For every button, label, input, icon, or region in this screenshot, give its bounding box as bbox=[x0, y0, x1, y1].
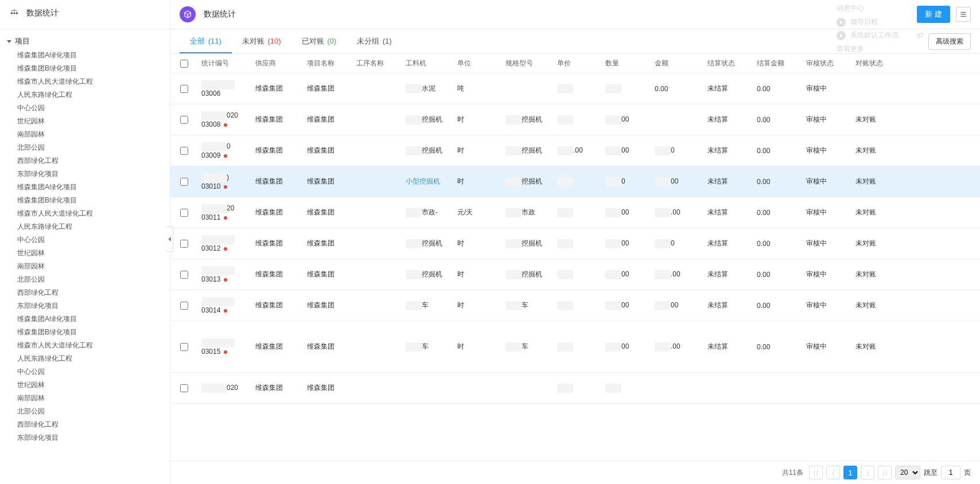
tree-item[interactable]: 北部公园 bbox=[0, 405, 170, 418]
tree-item[interactable]: 南部园林 bbox=[0, 392, 170, 405]
tree-item[interactable]: 东部绿化项目 bbox=[0, 431, 170, 444]
new-button[interactable]: 新 建 bbox=[917, 6, 950, 23]
page-next-button[interactable]: ⟩ bbox=[861, 466, 874, 479]
row-checkbox[interactable] bbox=[180, 147, 188, 155]
tree-item[interactable]: 中心公园 bbox=[0, 102, 170, 115]
row-checkbox[interactable] bbox=[180, 343, 188, 351]
tree-root-label: 项目 bbox=[15, 36, 30, 46]
redacted-text bbox=[605, 342, 621, 352]
tree-item[interactable]: 人民东路绿化工程 bbox=[0, 352, 170, 365]
col-header[interactable]: 对账状态 bbox=[852, 54, 900, 73]
tree-item[interactable]: 南部园林 bbox=[0, 128, 170, 141]
material-link[interactable]: 小型挖掘机 bbox=[406, 177, 440, 185]
tree-item[interactable]: 世纪园林 bbox=[0, 378, 170, 392]
table-row[interactable]: 03006维森集团维森集团水泥吨0.00未结算0.00审核中 bbox=[170, 73, 980, 104]
tree-item[interactable]: 维森市人民大道绿化工程 bbox=[0, 75, 170, 88]
cell-project: 维森集团 bbox=[304, 203, 353, 222]
cell-recon-status bbox=[852, 84, 900, 93]
tree-item[interactable]: 世纪园林 bbox=[0, 247, 170, 260]
row-checkbox[interactable] bbox=[180, 302, 188, 310]
sidebar-collapse-handle[interactable] bbox=[166, 227, 173, 252]
page-size-select[interactable]: 20 bbox=[895, 466, 920, 479]
tree-item[interactable]: 人民东路绿化工程 bbox=[0, 220, 170, 233]
tree-item[interactable]: 西部绿化工程 bbox=[0, 286, 170, 299]
cell-unit: 时 bbox=[454, 172, 502, 191]
tree-root[interactable]: 项目 bbox=[0, 34, 170, 49]
col-header[interactable]: 项目名称 bbox=[304, 54, 353, 73]
tab[interactable]: 已对账 (0) bbox=[291, 29, 347, 53]
tree-item[interactable]: 维森集团B绿化项目 bbox=[0, 326, 170, 339]
col-header[interactable]: 工序名称 bbox=[353, 54, 402, 73]
col-header[interactable]: 工料机 bbox=[402, 54, 454, 73]
tree-item[interactable]: 东部绿化项目 bbox=[0, 299, 170, 313]
cell-project: 维森集团 bbox=[304, 141, 353, 160]
tree-item[interactable]: 人民东路绿化工程 bbox=[0, 88, 170, 102]
table-row[interactable]: 2003011 维森集团维森集团市政-元/天市政00.00未结算0.00审核中未… bbox=[170, 197, 980, 228]
cell-price bbox=[554, 266, 602, 284]
cell-recon-status: 未对账 bbox=[852, 265, 900, 284]
page-last-button[interactable]: ⟩⟩ bbox=[878, 466, 892, 479]
row-checkbox[interactable] bbox=[180, 116, 188, 124]
tree-item[interactable]: 维森市人民大道绿化工程 bbox=[0, 207, 170, 220]
cell-price: .00 bbox=[554, 142, 602, 160]
tree-item[interactable]: 维森集团A绿化项目 bbox=[0, 313, 170, 326]
redacted-text bbox=[557, 84, 573, 93]
page-first-button[interactable]: ⟨⟨ bbox=[809, 466, 823, 479]
col-header[interactable]: 数量 bbox=[602, 54, 651, 73]
tree-item[interactable]: 维森集团B绿化项目 bbox=[0, 194, 170, 207]
tab[interactable]: 全部 (11) bbox=[180, 29, 232, 53]
tree-item[interactable]: 维森集团A绿化项目 bbox=[0, 49, 170, 62]
cell-settle-status: 未结算 bbox=[704, 203, 753, 222]
row-checkbox[interactable] bbox=[180, 178, 188, 186]
page-prev-button[interactable]: ⟨ bbox=[826, 466, 840, 479]
tree-item[interactable]: 南部园林 bbox=[0, 260, 170, 273]
tab[interactable]: 未对账 (10) bbox=[232, 29, 291, 53]
col-header[interactable]: 统计编号 bbox=[198, 54, 252, 73]
pagination: 共11条 ⟨⟨ ⟨ 1 ⟩ ⟩⟩ 20 跳至 页 bbox=[170, 460, 980, 484]
tree-item[interactable]: 中心公园 bbox=[0, 365, 170, 378]
table-row[interactable]: 03013 维森集团维森集团挖掘机时挖掘机00.00未结算0.00审核中未对账 bbox=[170, 259, 980, 290]
cell-spec: 挖掘机 bbox=[502, 172, 554, 191]
col-header[interactable]: 审核状态 bbox=[803, 54, 852, 73]
cell-project: 维森集团 bbox=[304, 378, 353, 397]
tab-count: (10) bbox=[267, 37, 281, 45]
tree-item[interactable]: 维森集团B绿化项目 bbox=[0, 62, 170, 75]
table-row[interactable]: 03015 维森集团维森集团车时车00.00未结算0.00审核中未对账 bbox=[170, 321, 980, 373]
tab[interactable]: 未分组 (1) bbox=[347, 29, 402, 53]
cell-supplier: 维森集团 bbox=[252, 79, 304, 98]
tree-item[interactable]: 北部公园 bbox=[0, 141, 170, 154]
tree-item[interactable]: 北部公园 bbox=[0, 273, 170, 286]
table-row[interactable]: 03012 维森集团维森集团挖掘机时挖掘机000未结算0.00审核中未对账 bbox=[170, 228, 980, 259]
col-header[interactable]: 结算金额 bbox=[753, 54, 803, 73]
tree-item[interactable]: 维森集团A绿化项目 bbox=[0, 181, 170, 194]
tree-item[interactable]: 东部绿化项目 bbox=[0, 167, 170, 181]
table-row[interactable]: 03014 维森集团维森集团车时车0000未结算0.00审核中未对账 bbox=[170, 290, 980, 321]
tree-item[interactable]: 中心公园 bbox=[0, 233, 170, 247]
advanced-search-button[interactable]: 高级搜索 bbox=[928, 33, 971, 50]
col-header[interactable]: 规格型号 bbox=[502, 54, 554, 73]
row-checkbox[interactable] bbox=[180, 271, 188, 279]
table-row[interactable]: 003009 维森集团维森集团挖掘机时挖掘机.00000未结算0.00审核中未对… bbox=[170, 135, 980, 166]
cell-process bbox=[353, 301, 402, 310]
tree-item[interactable]: 西部绿化工程 bbox=[0, 418, 170, 431]
col-header[interactable]: 结算状态 bbox=[704, 54, 753, 73]
jump-page-input[interactable] bbox=[941, 466, 960, 479]
tree-item[interactable]: 世纪园林 bbox=[0, 115, 170, 128]
tree-item[interactable]: 维森市人民大道绿化工程 bbox=[0, 339, 170, 352]
row-checkbox[interactable] bbox=[180, 209, 188, 217]
row-checkbox[interactable] bbox=[180, 240, 188, 248]
menu-button[interactable] bbox=[956, 7, 971, 22]
col-header[interactable]: 供应商 bbox=[252, 54, 304, 73]
row-checkbox[interactable] bbox=[180, 85, 188, 93]
col-header[interactable]: 单位 bbox=[454, 54, 502, 73]
col-header[interactable]: 单价 bbox=[554, 54, 602, 73]
row-checkbox[interactable] bbox=[180, 384, 188, 392]
table-row[interactable]: )03010 维森集团维森集团小型挖掘机时挖掘机000未结算0.00审核中未对账 bbox=[170, 166, 980, 197]
tree-item[interactable]: 西部绿化工程 bbox=[0, 154, 170, 167]
col-header[interactable]: 金额 bbox=[651, 54, 704, 73]
table-row[interactable]: 02003008 维森集团维森集团挖掘机时挖掘机00未结算0.00审核中未对账 bbox=[170, 104, 980, 135]
page-number-button[interactable]: 1 bbox=[843, 466, 857, 479]
table-row[interactable]: 020维森集团维森集团 bbox=[170, 373, 980, 404]
select-all-checkbox[interactable] bbox=[180, 60, 188, 68]
cell-qty: 00 bbox=[602, 204, 651, 222]
